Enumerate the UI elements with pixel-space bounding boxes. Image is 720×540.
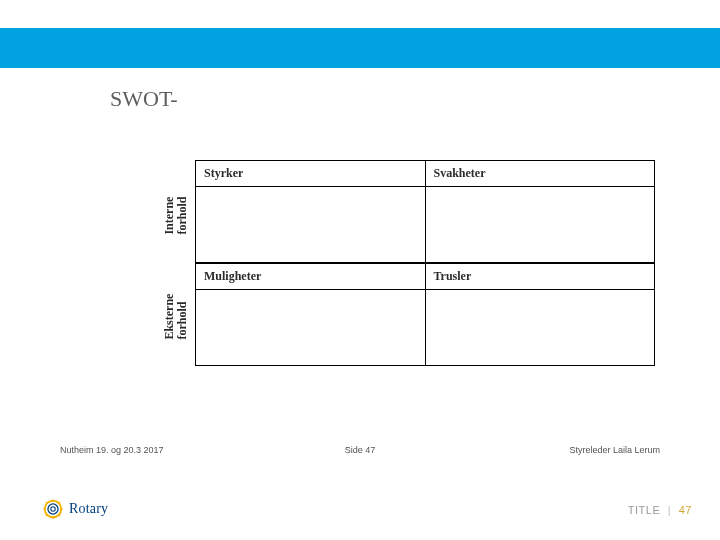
footer-title-label: TITLE	[628, 504, 660, 516]
swot-body-row-external	[195, 290, 655, 366]
swot-head-strengths: Styrker	[195, 160, 426, 187]
svg-point-2	[52, 517, 54, 519]
footer-author: Styreleder Laila Lerum	[500, 445, 660, 455]
swot-header-row-internal: Styrker Svakheter	[195, 160, 655, 187]
footer-date-location: Nutheim 19. og 20.3 2017	[60, 445, 220, 455]
swot-head-threats: Trusler	[426, 263, 656, 290]
swot-cell-threats	[426, 290, 656, 366]
svg-point-5	[46, 502, 48, 504]
page-title: SWOT-	[110, 86, 178, 112]
svg-point-1	[52, 499, 54, 501]
slide: SWOT- Interne forhold Eksterne forhold S…	[0, 0, 720, 540]
swot-cell-opportunities	[195, 290, 426, 366]
swot-head-weaknesses: Svakheter	[426, 160, 656, 187]
swot-body-row-internal	[195, 187, 655, 263]
gear-icon	[42, 498, 64, 520]
svg-point-4	[61, 508, 63, 510]
footer-page-number: 47	[679, 504, 692, 516]
swot-head-opportunities: Muligheter	[195, 263, 426, 290]
svg-point-6	[59, 502, 61, 504]
svg-point-3	[43, 508, 45, 510]
swot-row-label-external: Eksterne forhold	[163, 316, 188, 340]
svg-point-9	[48, 504, 58, 514]
footer-page-text: Side 47	[220, 445, 500, 455]
svg-point-8	[59, 515, 61, 517]
swot-cell-strengths	[195, 187, 426, 263]
footer-title-separator: |	[664, 504, 675, 516]
swot-matrix: Styrker Svakheter Muligheter Trusler	[195, 160, 655, 366]
footer-row: Nutheim 19. og 20.3 2017 Side 47 Styrele…	[0, 445, 720, 455]
swot-row-label-internal: Interne forhold	[163, 211, 188, 235]
rotary-logo-text: Rotary	[69, 501, 108, 517]
svg-point-7	[46, 515, 48, 517]
rotary-logo: Rotary	[42, 498, 108, 520]
svg-point-10	[51, 507, 55, 511]
accent-band	[0, 28, 720, 68]
swot-cell-weaknesses	[426, 187, 656, 263]
swot-header-row-external: Muligheter Trusler	[195, 263, 655, 290]
footer-title-page: TITLE | 47	[628, 504, 692, 516]
